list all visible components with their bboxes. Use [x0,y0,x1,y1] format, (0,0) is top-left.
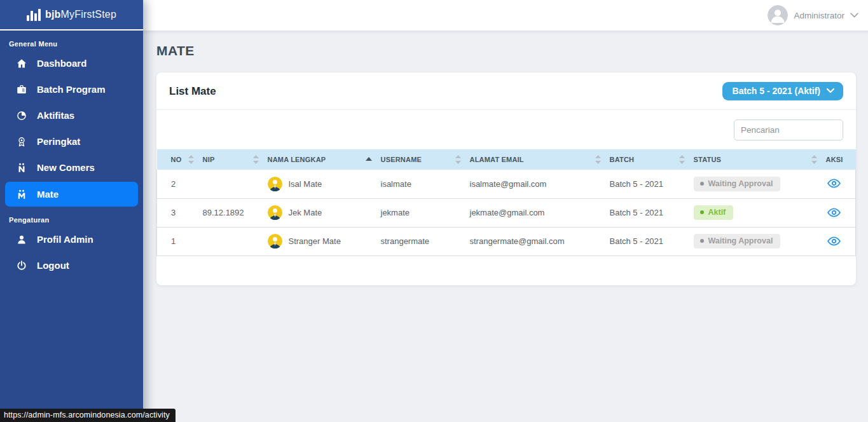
sidebar-item-label: Profil Admin [37,234,93,245]
brand-logo[interactable]: bjbMyFirstStep [0,0,143,31]
cell-aksi [826,198,856,227]
status-badge: Waiting Approval [694,177,781,191]
mate-table: NONIPNAMA LENGKAPUSERNAMEALAMAT EMAILBAT… [156,149,856,256]
sidebar-item-profil-admin[interactable]: Profil Admin [0,226,143,252]
power-icon [15,259,28,272]
sidebar-item-dashboard[interactable]: Dashboard [0,50,143,76]
sidebar-item-label: Dashboard [37,58,86,69]
view-detail-button[interactable] [826,235,842,247]
status-dot-icon [700,210,704,214]
column-header-nip[interactable]: NIP [203,149,268,170]
content: MATE List Mate Batch 5 - 2021 (Aktif) NO… [143,31,868,422]
sidebar-item-aktifitas[interactable]: Aktifitas [0,102,143,128]
sidebar-item-logout[interactable]: Logout [0,252,143,278]
column-header-name[interactable]: NAMA LENGKAP [268,149,381,170]
bar-chart-logo-icon [27,8,41,21]
user-icon [15,233,28,246]
sidebar-item-mate[interactable]: Mate [5,182,138,207]
cell-batch: Batch 5 - 2021 [610,227,694,255]
mate-name-label: Jek Mate [289,208,322,217]
view-detail-button[interactable] [826,177,842,189]
batch-select-label: Batch 5 - 2021 (Aktif) [733,86,820,96]
sort-icon [188,155,194,164]
sidebar-item-new-comers[interactable]: New Comers [0,154,143,180]
sort-icon [366,157,372,163]
cell-nip [203,227,268,255]
cell-username: jekmate [381,198,470,227]
status-label: Waiting Approval [708,179,773,188]
sort-icon [595,155,601,164]
app-root: bjbMyFirstStep General MenuDashboardBatc… [0,0,868,422]
sidebar-item-label: Aktifitas [37,110,74,121]
medal-icon [15,135,28,148]
cell-no: 1 [157,227,203,255]
cell-no: 3 [157,198,203,227]
sidebar: bjbMyFirstStep General MenuDashboardBatc… [0,0,143,422]
cell-email: jekmate@gmail.com [470,198,610,227]
home-icon [15,57,28,70]
status-label: Waiting Approval [708,236,773,245]
column-label: NAMA LENGKAP [268,156,326,163]
user-menu[interactable]: Administrator [768,5,858,25]
column-label: BATCH [610,156,635,163]
column-label: STATUS [694,156,722,163]
table-row: 389.12.1892Jek Matejekmatejekmate@gmail.… [157,198,856,227]
cell-status: Waiting Approval [694,170,826,198]
column-label: NIP [203,156,215,163]
sort-icon [679,155,685,164]
column-header-no[interactable]: NO [157,149,203,170]
chevron-down-icon [850,13,858,18]
sidebar-item-batch-program[interactable]: Batch Program [0,76,143,102]
status-url-tooltip: https://admin-mfs.arcomindonesia.com/act… [0,409,176,422]
user-avatar-icon [768,5,788,25]
card-footer-space [156,256,856,285]
column-header-batch[interactable]: BATCH [610,149,694,170]
table-header-row: NONIPNAMA LENGKAPUSERNAMEALAMAT EMAILBAT… [157,149,856,170]
eye-icon [827,180,841,190]
cell-nip [203,170,268,198]
cell-name: Stranger Mate [268,227,381,255]
user-name-label: Administrator [794,11,844,20]
chevron-down-icon [827,88,834,93]
eye-icon [827,210,841,219]
sidebar-item-label: Logout [37,260,69,271]
sidebar-section-label: Pengaturan [9,216,143,224]
cell-status: Waiting Approval [694,227,826,255]
column-header-aksi: AKSI [826,149,856,170]
main-area: Administrator MATE List Mate Batch 5 - 2… [143,0,868,422]
eye-icon [827,238,841,248]
sidebar-item-peringkat[interactable]: Peringkat [0,128,143,154]
status-dot-icon [700,239,704,243]
column-label: NO [171,156,182,163]
column-label: ALAMAT EMAIL [470,156,524,163]
column-header-status[interactable]: STATUS [694,149,826,170]
column-label: USERNAME [381,156,422,163]
status-badge: Waiting Approval [694,234,781,248]
status-badge: Aktif [694,205,734,220]
column-header-email[interactable]: ALAMAT EMAIL [470,149,610,170]
briefcase-icon [15,83,28,96]
search-input[interactable] [734,119,843,140]
table-row: 1Stranger Matestrangermatestrangermate@g… [157,227,856,255]
card-toolbar [156,110,856,149]
cell-batch: Batch 5 - 2021 [610,170,694,198]
activity-icon [15,109,28,122]
cell-batch: Batch 5 - 2021 [610,198,694,227]
sort-icon [253,155,259,164]
column-header-username[interactable]: USERNAME [381,149,470,170]
brand-bold: bjb [45,9,61,20]
cell-aksi [826,170,856,198]
sidebar-item-label: Batch Program [37,84,106,95]
sidebar-section-label: General Menu [9,40,143,48]
view-detail-button[interactable] [826,207,842,219]
sidebar-item-label: New Comers [37,162,95,173]
mate-avatar-icon [268,234,282,248]
cell-status: Aktif [694,198,826,227]
cell-username: isalmate [381,170,470,198]
topbar: Administrator [143,0,868,31]
mate-name-label: Stranger Mate [289,236,341,246]
cell-email: strangermate@gmail.com [470,227,610,255]
batch-select-button[interactable]: Batch 5 - 2021 (Aktif) [722,82,843,100]
mate-avatar-icon [268,177,282,191]
brand-text: bjbMyFirstStep [45,9,116,20]
